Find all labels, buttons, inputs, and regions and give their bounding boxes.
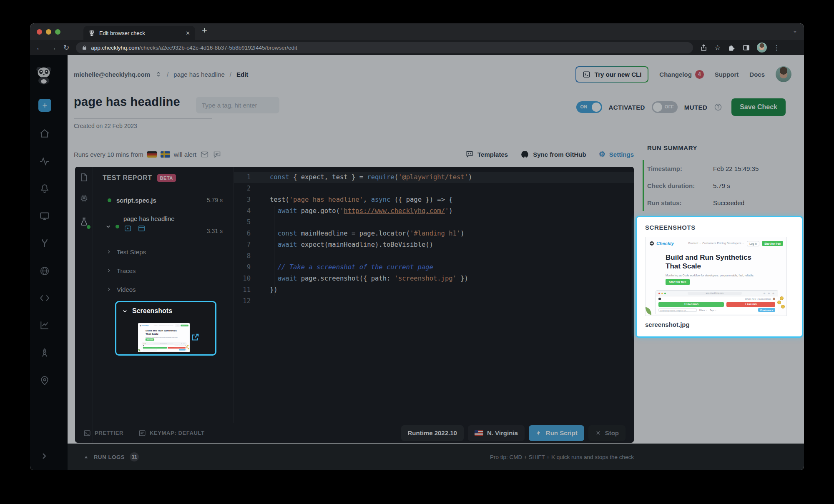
docs-link[interactable]: Docs [749,71,765,78]
test-report-panel: TEST REPORT BETA script.spec.js 5.79 s p… [93,167,234,423]
maintenance-wishbone-icon[interactable] [39,238,50,248]
activity-pulse-icon[interactable] [39,156,50,167]
minimize-window-button[interactable] [46,29,51,35]
code-line[interactable]: 1const { expect, test } = require('@play… [234,172,634,183]
changelog-link[interactable]: Changelog 4 [659,70,704,79]
screenshot-thumbnail-large[interactable]: Checkly Product ⌄ Customers Pricing Deve… [645,237,787,316]
section-traces[interactable]: Traces [93,263,234,278]
activated-toggle[interactable]: ON [576,101,602,113]
code-line[interactable]: 8 [234,251,634,262]
comment-alert-icon[interactable] [213,150,221,159]
back-button[interactable]: ← [36,44,43,51]
code-line[interactable]: 12 [234,296,634,307]
email-alert-icon[interactable] [200,150,209,159]
browser-tab[interactable]: Edit browser check ✕ [83,26,195,40]
bookmark-star-icon[interactable]: ☆ [714,43,721,52]
sync-github-button[interactable]: Sync from GitHub [520,150,586,159]
line-number: 2 [234,183,258,194]
file-icon[interactable] [79,173,89,182]
muted-toggle[interactable]: OFF [652,101,678,113]
breadcrumb-check-name[interactable]: page has headline [173,71,225,78]
reload-button[interactable]: ↻ [63,44,69,51]
chevron-down-icon[interactable] [122,308,128,314]
browser-menu-icon[interactable]: ⋮ [774,44,780,52]
snippets-code-icon[interactable] [39,293,50,303]
tab-close-icon[interactable]: ✕ [186,30,190,36]
code-line[interactable]: 5 [234,217,634,228]
line-number: 6 [234,228,258,239]
code-line[interactable]: 11}) [234,284,634,296]
screenshots-section[interactable]: Screenshots Checkly Product ⌄ Customers … [115,301,216,356]
video-play-icon[interactable] [123,225,132,232]
forward-button[interactable]: → [50,44,57,51]
create-check-button[interactable]: + [38,99,51,112]
dashboards-monitor-icon[interactable] [39,211,50,221]
stop-button[interactable]: Stop [588,425,626,441]
settings-button[interactable]: ⚙ Settings [599,150,634,158]
code-line[interactable]: 10 await page.screenshot({ path: 'screen… [234,273,634,284]
address-bar[interactable]: app.checklyhq.com/checks/a2ec932b-c42c-4… [76,42,693,53]
summary-row-status: Run status: Succeeded [647,194,792,211]
breadcrumb-account[interactable]: michelle@checklyhq.com [74,71,150,78]
home-icon[interactable] [39,128,50,139]
external-link-icon[interactable] [191,333,200,342]
terminal-icon [583,70,590,78]
region-selector[interactable]: N. Virginia [468,425,525,441]
line-number: 1 [234,172,258,183]
run-script-button[interactable]: Run Script [529,425,584,441]
code-line[interactable]: 9 // Take a screenshot of the current pa… [234,262,634,273]
code-line[interactable]: 3test('page has headline', async ({ page… [234,194,634,206]
section-test-steps[interactable]: Test Steps [93,245,234,259]
extensions-puzzle-icon[interactable] [728,44,736,52]
code-editor[interactable]: 1const { expect, test } = require('@play… [234,167,634,423]
line-number: 4 [234,206,258,217]
new-tab-button[interactable]: + [202,25,207,36]
keymap-selector[interactable]: KEYMAP: DEFAULT [138,429,205,437]
tag-input[interactable] [196,97,279,113]
muted-help-icon[interactable] [714,103,722,111]
account-switcher-icon[interactable] [155,71,162,78]
chevron-down-icon[interactable] [105,223,111,230]
page-title[interactable]: page has headline [74,95,180,109]
quickstart-rocket-icon[interactable] [39,348,50,359]
try-cli-button[interactable]: Try our new CLI [575,66,649,83]
germany-flag-icon [147,151,157,158]
code-line[interactable]: 7 await expect(mainHeadline).toBeVisible… [234,239,634,251]
screenshots-card: SCREENSHOTS Checkly Product ⌄ Customers … [636,216,803,338]
tab-search-icon[interactable]: ⌄ [793,28,797,34]
sidebar-expand-chevron-icon[interactable] [39,451,49,461]
analytics-chart-icon[interactable] [39,320,50,331]
browser-profile-avatar[interactable] [757,43,767,53]
lock-icon [82,45,87,50]
side-panel-icon[interactable] [742,44,750,52]
templates-button[interactable]: Templates [465,150,508,158]
code-line[interactable]: 4 await page.goto('https://www.checklyhq… [234,206,634,217]
code-line[interactable]: 2 [234,183,634,194]
test-case-row[interactable]: page has headline 3.31 s [93,213,234,240]
alerts-bell-icon[interactable] [39,183,50,194]
support-link[interactable]: Support [715,71,739,78]
spec-file-row[interactable]: script.spec.js 5.79 s [93,192,234,208]
screenshot-thumbnail-small[interactable]: Checkly Product ⌄ Customers Pricing Deve… [138,323,190,352]
test-report-header: TEST REPORT BETA [93,167,234,189]
locations-pin-icon[interactable] [39,375,50,386]
user-avatar[interactable] [776,66,791,82]
run-logs-bar[interactable]: RUN LOGS 11 Pro tip: CMD + SHIFT + K qui… [68,444,804,470]
checkly-panda-logo[interactable] [34,65,53,85]
private-locations-globe-icon[interactable] [39,266,50,276]
code-line[interactable]: 6 const mainHeadline = page.locator('#la… [234,228,634,239]
save-check-button[interactable]: Save Check [731,98,786,116]
close-window-button[interactable] [37,29,42,35]
line-number: 3 [234,194,258,206]
screenshots-card-title: SCREENSHOTS [645,224,794,231]
prettier-toggle[interactable]: PRETTIER [83,429,123,437]
chip-icon[interactable] [79,193,89,203]
sweden-flag-icon [161,151,170,158]
runtime-selector[interactable]: Runtime 2022.10 [401,425,464,441]
share-icon[interactable] [700,44,708,52]
thumb-headline: Build and Run Synthetics That Scale [666,253,751,271]
section-videos[interactable]: Videos [93,282,234,296]
trace-window-icon[interactable] [137,225,146,232]
zoom-window-button[interactable] [55,29,60,35]
summary-row-timestamp: Timestamp: Feb 22 15:49:35 [647,160,792,177]
